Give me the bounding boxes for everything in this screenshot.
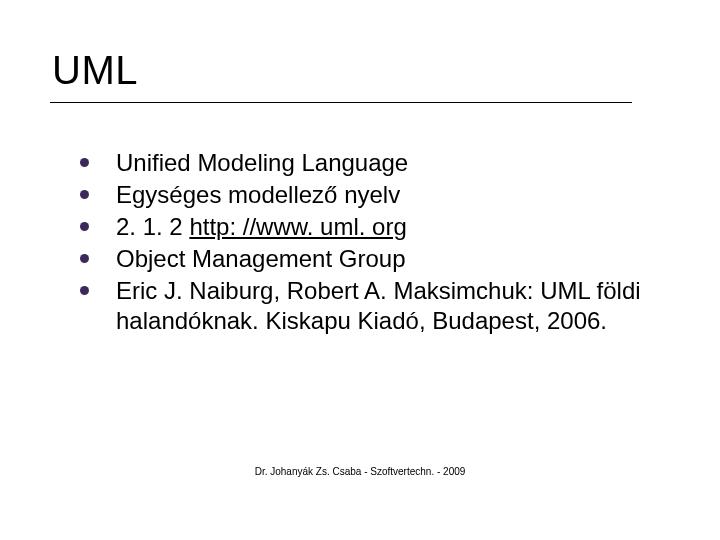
list-item: Egységes modellező nyelv xyxy=(72,180,662,210)
bullet-text: Unified Modeling Language xyxy=(116,149,408,176)
slide-title: UML xyxy=(52,48,138,93)
bullet-list: Unified Modeling Language Egységes model… xyxy=(72,148,662,336)
bullet-text-prefix: 2. 1. 2 xyxy=(116,213,189,240)
title-underline xyxy=(50,102,632,103)
list-item: Eric J. Naiburg, Robert A. Maksimchuk: U… xyxy=(72,276,662,336)
slide: UML Unified Modeling Language Egységes m… xyxy=(0,0,720,540)
bullet-text: Egységes modellező nyelv xyxy=(116,181,400,208)
uml-org-link[interactable]: http: //www. uml. org xyxy=(189,213,406,240)
list-item: Object Management Group xyxy=(72,244,662,274)
bullet-text: Object Management Group xyxy=(116,245,406,272)
slide-body: Unified Modeling Language Egységes model… xyxy=(72,148,662,338)
list-item: Unified Modeling Language xyxy=(72,148,662,178)
list-item: 2. 1. 2 http: //www. uml. org xyxy=(72,212,662,242)
slide-footer: Dr. Johanyák Zs. Csaba - Szoftvertechn. … xyxy=(0,466,720,477)
bullet-text: Eric J. Naiburg, Robert A. Maksimchuk: U… xyxy=(116,277,641,334)
